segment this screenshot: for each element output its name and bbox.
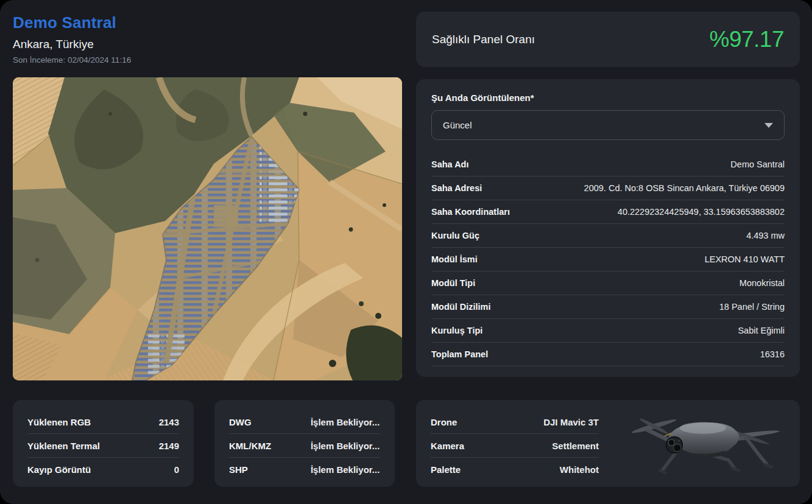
detail-row-site-name: Saha Adı Demo Santral [431, 153, 785, 177]
healthy-panel-value: %97.17 [710, 27, 785, 52]
detail-row-module-layout: Modül Dizilimi 18 Panel / String [431, 295, 785, 319]
drone-row-model: Drone DJI Mavic 3T [431, 410, 599, 434]
export-label: DWG [229, 417, 311, 427]
drone-value: DJI Mavic 3T [543, 417, 599, 427]
site-header: Demo Santral Ankara, Türkiye Son İncelem… [13, 13, 131, 65]
upload-value: 2149 [159, 441, 179, 451]
detail-label: Saha Koordinatları [431, 207, 510, 217]
drone-label: Palette [431, 464, 461, 475]
detail-label: Toplam Panel [431, 349, 488, 359]
drone-row-camera: Kamera Settlement [431, 434, 599, 458]
drone-row-palette: Palette Whitehot [431, 458, 599, 481]
currently-viewing-label: Şu Anda Görüntülenen* [431, 93, 785, 103]
currently-viewing-select[interactable]: Güncel [431, 110, 785, 140]
detail-value: 18 Panel / String [719, 302, 785, 312]
export-status: İşlem Bekliyor... [311, 417, 380, 427]
detail-row-site-coordinates: Saha Koordinatları 40.22292324425949, 33… [431, 200, 785, 224]
drone-photo [607, 402, 796, 486]
detail-label: Modül Dizilimi [431, 302, 490, 312]
export-label: SHP [229, 464, 311, 475]
satellite-image [13, 77, 402, 380]
drone-illustration [607, 402, 796, 483]
drone-label: Kamera [431, 441, 464, 451]
detail-row-module-type: Modül Tipi Monokristal [431, 271, 785, 295]
detail-value: LEXRON 410 WATT [705, 254, 785, 264]
detail-row-installation-type: Kuruluş Tipi Sabit Eğimli [431, 319, 785, 343]
export-status: İşlem Bekliyor... [311, 441, 380, 451]
chevron-down-icon [764, 123, 773, 128]
detail-label: Kurulu Güç [431, 231, 479, 240]
drone-rows: Drone DJI Mavic 3T Kamera Settlement Pal… [431, 410, 599, 481]
detail-value: 40.22292324425949, 33.15963653883802 [618, 207, 785, 217]
detail-label: Modül İsmi [431, 254, 478, 264]
detail-label: Saha Adı [431, 159, 469, 169]
upload-value: 2143 [159, 417, 179, 427]
detail-label: Kuruluş Tipi [431, 326, 482, 335]
healthy-panel-card: Sağlıklı Panel Oranı %97.17 [416, 12, 800, 67]
detail-value: Monokristal [740, 278, 785, 288]
detail-value: 4.493 mw [746, 231, 785, 240]
upload-label: Kayıp Görüntü [27, 464, 91, 475]
app-window: Demo Santral Ankara, Türkiye Son İncelem… [0, 0, 812, 504]
upload-row-thermal: Yüklenen Termal 2149 [27, 434, 179, 458]
last-inspection-date: Son İnceleme: 02/04/2024 11:16 [13, 55, 131, 65]
exports-card: DWG İşlem Bekliyor... KML/KMZ İşlem Bekl… [214, 400, 395, 487]
drone-value: Whitehot [560, 464, 599, 475]
healthy-panel-label: Sağlıklı Panel Oranı [432, 33, 535, 46]
export-row-dwg: DWG İşlem Bekliyor... [229, 410, 380, 434]
upload-value: 0 [174, 464, 179, 475]
upload-row-lost: Kayıp Görüntü 0 [27, 458, 179, 481]
detail-value: Demo Santral [730, 159, 785, 169]
drone-value: Settlement [552, 441, 599, 451]
upload-label: Yüklenen RGB [27, 417, 91, 427]
detail-row-total-panels: Toplam Panel 16316 [431, 343, 785, 366]
detail-value: Sabit Eğimli [738, 326, 785, 335]
page-title: Demo Santral [13, 13, 131, 32]
detail-value: 16316 [760, 349, 785, 359]
detail-row-installed-power: Kurulu Güç 4.493 mw [431, 224, 785, 248]
site-details-rows: Saha Adı Demo Santral Saha Adresi 2009. … [431, 153, 785, 366]
export-row-kml: KML/KMZ İşlem Bekliyor... [229, 434, 380, 458]
export-row-shp: SHP İşlem Bekliyor... [229, 458, 380, 481]
satellite-map-graphic [13, 77, 402, 380]
upload-row-rgb: Yüklenen RGB 2143 [27, 410, 179, 434]
site-location: Ankara, Türkiye [13, 38, 131, 51]
upload-label: Yüklenen Termal [27, 441, 100, 451]
detail-row-site-address: Saha Adresi 2009. Cd. No:8 OSB Sincan An… [431, 177, 785, 200]
uploads-card: Yüklenen RGB 2143 Yüklenen Termal 2149 K… [13, 400, 194, 487]
drone-card: Drone DJI Mavic 3T Kamera Settlement Pal… [416, 400, 800, 487]
site-details-card: Şu Anda Görüntülenen* Güncel Saha Adı De… [416, 79, 800, 377]
detail-row-module-name: Modül İsmi LEXRON 410 WATT [431, 248, 785, 271]
dropdown-selected-value: Güncel [443, 120, 472, 130]
detail-value: 2009. Cd. No:8 OSB Sincan Ankara, Türkiy… [584, 183, 785, 193]
export-status: İşlem Bekliyor... [311, 464, 380, 475]
drone-label: Drone [431, 417, 457, 427]
export-label: KML/KMZ [229, 441, 311, 451]
detail-label: Modül Tipi [431, 278, 475, 288]
detail-label: Saha Adresi [431, 183, 482, 193]
